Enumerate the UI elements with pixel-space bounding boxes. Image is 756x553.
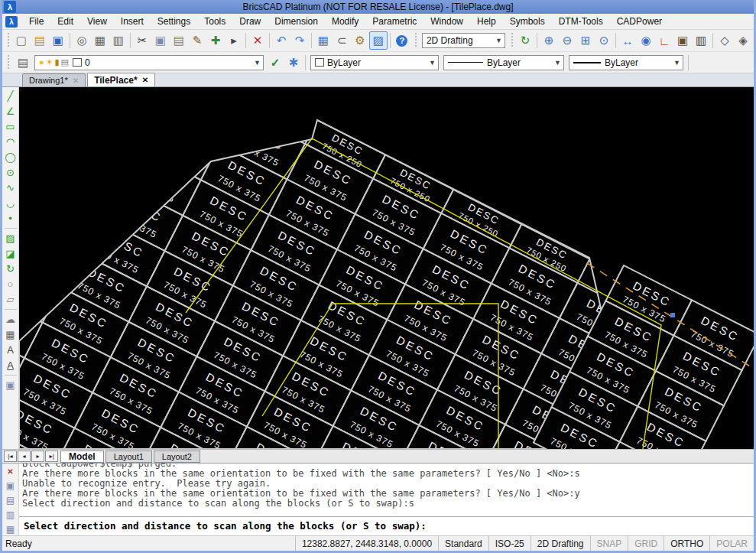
layer-states-icon[interactable]: ✓	[266, 54, 284, 72]
mtext-icon[interactable]: A	[3, 343, 18, 357]
menu-help[interactable]: Help	[470, 15, 503, 28]
ucs-icon[interactable]: ∟	[655, 31, 673, 50]
arc-3point-icon[interactable]: ◡	[3, 196, 18, 210]
menu-cadpower[interactable]: CADPower	[610, 15, 669, 28]
menu-dimension[interactable]: Dimension	[268, 15, 325, 28]
window-vertical-icon[interactable]: ▦	[4, 523, 18, 535]
cut-icon[interactable]: ✂	[133, 31, 151, 50]
regen-icon[interactable]: ↻	[516, 31, 534, 50]
print-preview-icon[interactable]: ◎	[73, 31, 91, 50]
linetype-combo[interactable]: ByLayer ▼	[443, 55, 564, 70]
window-tile-icon[interactable]: ▤	[4, 494, 18, 506]
boundary-icon[interactable]: ↻	[3, 262, 18, 276]
color-combo[interactable]: ByLayer ▼	[310, 55, 439, 70]
plot-icon[interactable]: ▥	[109, 31, 128, 50]
layout-tab-model[interactable]: Model	[60, 451, 104, 463]
window-horizontal-icon[interactable]: ▥	[4, 509, 18, 521]
new-file-icon[interactable]: ▢	[12, 31, 31, 50]
toolbar-drag-handle[interactable]	[510, 33, 514, 48]
redo-icon[interactable]: ↷	[290, 31, 309, 50]
drawing-explorer-icon[interactable]: ▦	[314, 31, 333, 50]
last-tab-button[interactable]: ▸|	[45, 451, 58, 462]
toolbar-drag-handle[interactable]	[6, 55, 11, 70]
menu-window[interactable]: Window	[423, 15, 470, 28]
ellipse-icon[interactable]: ⊙	[3, 165, 18, 180]
zoom-out-icon[interactable]: ⊖	[558, 31, 576, 50]
menu-dtm-tools[interactable]: DTM-Tools	[552, 15, 610, 28]
edit-fields-icon[interactable]: ▨	[369, 31, 388, 50]
status-toggle-standard[interactable]: Standard	[438, 536, 488, 551]
text-icon[interactable]: A	[3, 358, 18, 372]
next-tab-button[interactable]: ▸	[31, 451, 44, 462]
render-icon[interactable]: ▣	[673, 31, 692, 50]
menu-view[interactable]: View	[80, 15, 114, 28]
erase-icon[interactable]: ✕	[248, 31, 267, 50]
close-icon[interactable]: ✕	[142, 76, 148, 84]
hatch-icon[interactable]: ▨	[3, 231, 18, 246]
3d-box-icon[interactable]: ◇	[715, 31, 734, 50]
open-file-icon[interactable]: ▤	[31, 31, 49, 50]
spline-icon[interactable]: ∿	[3, 181, 18, 195]
grip-marker[interactable]	[670, 313, 675, 317]
pan-icon[interactable]: ↔	[618, 31, 637, 50]
status-toggle-polar[interactable]: POLAR	[709, 536, 754, 551]
command-history[interactable]: Block cadpower$temp$ purged.Are there mo…	[19, 464, 754, 516]
help-icon[interactable]: ?	[393, 31, 411, 50]
table-icon[interactable]: ▦	[3, 327, 18, 342]
menu-draw[interactable]: Draw	[232, 15, 268, 28]
layout-tab-layout1[interactable]: Layout1	[105, 451, 152, 463]
polyline-icon[interactable]: ∠	[3, 104, 18, 119]
undo-icon[interactable]: ↶	[272, 31, 290, 50]
status-toggle-ortho[interactable]: ORTHO	[664, 536, 709, 551]
look-icon[interactable]: ◉	[637, 31, 655, 50]
coordinates-display[interactable]: 12382.8827, 2448.3148, 0.0000	[295, 536, 438, 551]
zoom-extents-icon[interactable]: ⊞	[576, 31, 595, 50]
command-prompt[interactable]: Select direction and distance to scan al…	[19, 516, 754, 535]
status-toggle-snap[interactable]: SNAP	[590, 536, 628, 551]
close-icon[interactable]: ✕	[73, 76, 79, 85]
zoom-previous-icon[interactable]: ⊙	[595, 31, 613, 50]
circle-icon[interactable]: ◯	[3, 150, 18, 164]
lineweight-combo[interactable]: ByLayer ▼	[569, 55, 683, 70]
layer-combo[interactable]: ● ☀ ▮ ▤ 0 ▼	[34, 55, 264, 70]
match-properties-icon[interactable]: ✚	[206, 31, 225, 50]
menu-edit[interactable]: Edit	[50, 15, 80, 28]
drawing-canvas[interactable]: DESC750 x 250DESC750 x 250DESC750 x 250D…	[19, 87, 754, 449]
menu-parametric[interactable]: Parametric	[365, 15, 423, 28]
paste-icon[interactable]: ▤	[170, 31, 188, 50]
status-toggle-2d-drafting[interactable]: 2D Drafting	[530, 536, 590, 551]
solid-hatch-icon[interactable]: ◪	[3, 246, 18, 261]
copy-nested-icon[interactable]: ▣	[3, 378, 18, 392]
settings-gear-icon[interactable]: ⚙	[351, 31, 369, 50]
visual-style-icon[interactable]: ◈	[734, 31, 752, 50]
layers-icon[interactable]: ▤	[14, 54, 32, 72]
doc-tab-tileplace[interactable]: TilePlace*✕	[87, 73, 155, 86]
line-icon[interactable]: ╱	[3, 89, 18, 103]
zoom-in-icon[interactable]: ⊕	[540, 31, 558, 50]
point-icon[interactable]: •	[3, 211, 18, 226]
first-tab-button[interactable]: |◂	[4, 451, 17, 462]
window-cascade-icon[interactable]: ▣	[4, 480, 18, 492]
revision-cloud-icon[interactable]: ☁	[3, 312, 18, 327]
toolbar-drag-handle[interactable]	[6, 33, 10, 48]
menu-insert[interactable]: Insert	[114, 15, 151, 28]
doc-tab-drawing1[interactable]: Drawing1*✕	[22, 73, 86, 86]
layout-tab-layout2[interactable]: Layout2	[154, 451, 200, 463]
prev-tab-button[interactable]: ◂	[18, 451, 31, 462]
select-icon[interactable]: ▸	[225, 31, 243, 50]
copy-icon[interactable]: ▣	[151, 31, 170, 50]
format-painter-icon[interactable]: ✎	[188, 31, 206, 50]
app-mini-icon[interactable]: λ	[5, 16, 18, 28]
menu-symbols[interactable]: Symbols	[503, 15, 552, 28]
menu-tools[interactable]: Tools	[197, 15, 232, 28]
new-layer-icon[interactable]: ✱	[284, 54, 303, 72]
workspace-combo[interactable]: 2D Drafting ▼	[422, 33, 505, 48]
toolbar-drag-handle[interactable]	[414, 33, 417, 48]
named-views-icon[interactable]: ▥	[692, 31, 710, 50]
close-command-icon[interactable]: ✕	[4, 465, 18, 477]
rectangle-icon[interactable]: ▭	[3, 119, 18, 134]
status-toggle-grid[interactable]: GRID	[628, 536, 664, 551]
menu-file[interactable]: File	[22, 15, 50, 28]
save-icon[interactable]: ▣	[49, 31, 67, 50]
status-toggle-iso-25[interactable]: ISO-25	[488, 536, 530, 551]
